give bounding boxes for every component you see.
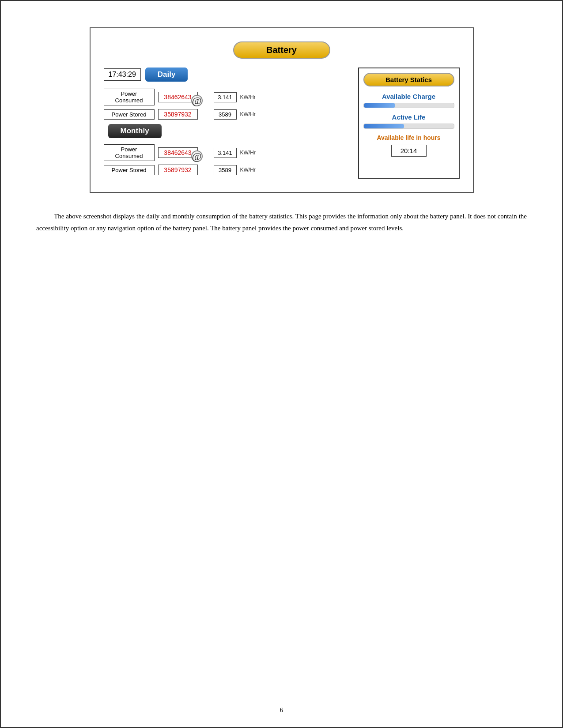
- monthly-button[interactable]: Monthly: [108, 124, 162, 138]
- active-life-label: Active Life: [363, 113, 454, 121]
- main-row: 17:43:29 Daily Power Consumed 38462643 3…: [104, 68, 460, 179]
- daily-power-consumed-rate: 3.141: [214, 92, 237, 102]
- page: Battery 17:43:29 Daily Power Consumed 38…: [0, 0, 563, 728]
- monthly-power-consumed-rate: 3.141: [214, 148, 237, 158]
- available-charge-fill: [364, 103, 395, 108]
- page-number: 6: [280, 706, 283, 714]
- active-life-fill: [364, 124, 404, 128]
- time-display: 17:43:29: [104, 68, 141, 81]
- monthly-power-consumed-unit: KW/Hr: [240, 150, 256, 156]
- daily-power-stored-row: Power Stored 35897932 3589 KW/Hr: [104, 109, 349, 120]
- monthly-header-row: Monthly: [104, 124, 349, 138]
- daily-power-consumed-unit: KW/Hr: [240, 94, 256, 100]
- monthly-power-stored-rate: 3589: [214, 165, 237, 175]
- monthly-power-consumed-row: Power Consumed 38462643 3.141 KW/Hr: [104, 144, 349, 161]
- available-life-hours-label: Available life in hours: [363, 134, 454, 141]
- daily-button[interactable]: Daily: [145, 68, 188, 82]
- active-life-bar: [363, 124, 454, 129]
- daily-power-stored-value: 35897932: [158, 109, 198, 120]
- daily-power-stored-label: Power Stored: [104, 109, 155, 120]
- available-charge-label: Available Charge: [363, 93, 454, 100]
- time-daily-row: 17:43:29 Daily: [104, 68, 349, 82]
- monthly-power-consumed-label: Power Consumed: [104, 144, 155, 161]
- monthly-power-stored-row: Power Stored 35897932 3589 KW/Hr: [104, 165, 349, 175]
- battery-statics-title: Battery Statics: [363, 73, 454, 86]
- at-symbol-monthly: @: [191, 150, 203, 162]
- daily-power-consumed-label: Power Consumed: [104, 89, 155, 105]
- monthly-power-stored-unit: KW/Hr: [240, 167, 256, 173]
- monthly-section: Power Consumed 38462643 3.141 KW/Hr @ Po…: [104, 144, 349, 175]
- battery-title: Battery: [233, 41, 330, 59]
- left-panel: 17:43:29 Daily Power Consumed 38462643 3…: [104, 68, 349, 179]
- battery-statics-panel: Battery Statics Available Charge Active …: [358, 68, 460, 179]
- at-symbol-daily: @: [191, 95, 203, 106]
- daily-power-consumed-row: Power Consumed 38462643 3.141 KW/Hr: [104, 89, 349, 105]
- monthly-power-stored-value: 35897932: [158, 165, 198, 175]
- screenshot-panel: Battery 17:43:29 Daily Power Consumed 38…: [90, 27, 474, 193]
- available-charge-bar: [363, 103, 454, 108]
- daily-section: Power Consumed 38462643 3.141 KW/Hr @ Po…: [104, 89, 349, 120]
- daily-power-stored-rate: 3589: [214, 109, 237, 120]
- monthly-power-stored-label: Power Stored: [104, 165, 155, 175]
- hours-value: 20:14: [391, 145, 427, 157]
- daily-power-stored-unit: KW/Hr: [240, 111, 256, 117]
- body-paragraph: The above screenshot displays the daily …: [36, 210, 527, 234]
